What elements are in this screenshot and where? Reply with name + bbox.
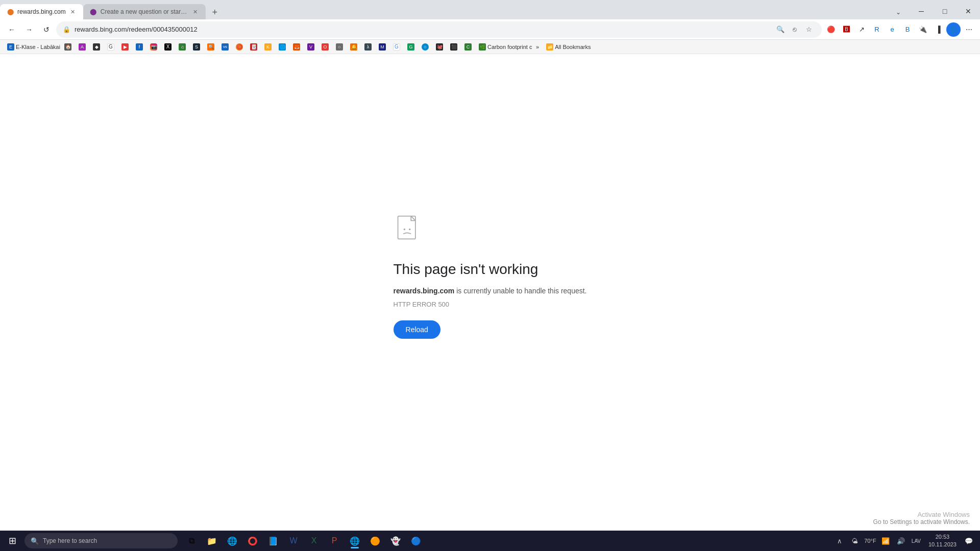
taskbar-clock[interactable]: 20:53 10.11.2023 (924, 532, 961, 550)
error-code: HTTP ERROR 500 (394, 300, 450, 308)
nav-bar: ← → ↺ 🔒 🔍 ⎋ ☆ 🔴 🅱 ↗ R e B 🔌 ▐ 👤 ⋯ (0, 19, 980, 40)
bookmark-google[interactable]: G (104, 42, 117, 52)
taskbar-task-view[interactable]: ⧉ (182, 532, 201, 550)
bookmark-bk21[interactable]: ○ (333, 42, 346, 52)
nav-right-icons: 🔴 🅱 ↗ R e B 🔌 ▐ 👤 ⋯ (824, 22, 976, 37)
taskbar-volume[interactable]: 🔊 (894, 532, 908, 550)
bookmark-bk24-icon: M (379, 43, 386, 51)
bookmark-v[interactable]: V (304, 42, 317, 52)
taskbar-orange-app[interactable]: 🟠 (365, 532, 385, 550)
bookmark-spotify[interactable]: ♫ (176, 42, 189, 52)
taskbar-expand[interactable]: ∧ (832, 532, 847, 550)
bookmark-github[interactable]: 🐙 (433, 42, 446, 52)
error-title: This page isn't working (394, 261, 538, 278)
taskbar-chrome[interactable]: 🌐 (345, 532, 364, 550)
bookmark-bell[interactable]: 🔔 (347, 42, 360, 52)
error-desc-suffix: is currently unable to handle this reque… (454, 287, 586, 295)
taskbar-edge2[interactable]: ⭕ (243, 532, 262, 550)
taskbar-snapchat[interactable]: 👻 (386, 532, 405, 550)
bookmark-o[interactable]: O (318, 42, 332, 52)
taskbar-wifi[interactable]: 📶 (878, 532, 893, 550)
favorite-icon[interactable]: ☆ (803, 23, 815, 36)
new-tab-button[interactable]: + (208, 5, 222, 19)
tab-1[interactable]: ⬤ rewards.bing.com ✕ (0, 4, 83, 19)
search-address-icon[interactable]: 🔍 (774, 23, 787, 36)
bookmark-steam[interactable]: S (190, 42, 203, 52)
bookmark-fb[interactable]: f (133, 42, 146, 52)
bookmark-carbon[interactable]: 🌿 Carbon footprint ca... (476, 42, 532, 52)
taskbar-network[interactable]: 🌤 (848, 532, 862, 550)
bookmark-g3[interactable]: G (404, 42, 418, 52)
rewards-icon[interactable]: R (870, 22, 884, 37)
reload-button[interactable]: Reload (394, 320, 440, 339)
edge-icon[interactable]: e (885, 22, 899, 37)
taskbar-keyboard[interactable]: LAV (909, 532, 923, 550)
bookmark-x-icon: X (164, 43, 172, 51)
taskbar-word[interactable]: W (284, 532, 303, 550)
window-controls: ─ □ ✕ (910, 3, 980, 19)
bookmark-bk17[interactable]: 🌐 (276, 42, 289, 52)
tab1-close[interactable]: ✕ (69, 8, 77, 16)
page-content: This page isn't working rewards.bing.com… (0, 54, 980, 531)
bookmark-bk24[interactable]: M (376, 42, 389, 52)
bookmark-k[interactable]: K (261, 42, 275, 52)
bookmark-ig[interactable]: 📷 (147, 42, 160, 52)
bookmark-4[interactable]: ◆ (90, 42, 103, 52)
bookmark-bk14-icon: ⭕ (236, 43, 243, 51)
bookmark-c[interactable]: C (461, 42, 475, 52)
bookmark-google-icon: G (107, 43, 114, 51)
taskbar-app-blue[interactable]: 📘 (263, 532, 283, 550)
bookmark-2[interactable]: 🏠 (61, 42, 75, 52)
bookmark-eklase[interactable]: E E-Klase - Labākai iz... (4, 42, 60, 52)
bookmark-search[interactable]: 🔍 (204, 42, 217, 52)
taskbar-edge[interactable]: 🌐 (223, 532, 242, 550)
taskbar-blue-app[interactable]: 🔵 (406, 532, 426, 550)
bookmark-vs[interactable]: vs (218, 42, 232, 52)
bookmark-4-icon: ◆ (93, 43, 100, 51)
bookmark-all[interactable]: 📁 All Bookmarks (543, 42, 594, 52)
taskbar-temp[interactable]: 70°F (863, 532, 877, 550)
close-button[interactable]: ✕ (957, 3, 980, 19)
bookmark-bk27-icon: ○ (422, 43, 429, 51)
readinglist-icon[interactable]: ↗ (854, 22, 869, 37)
forward-button[interactable]: → (21, 22, 37, 37)
bookmark-more[interactable]: » (533, 43, 542, 51)
bing-icon[interactable]: B (900, 22, 915, 37)
menu-icon[interactable]: ⋯ (962, 22, 976, 37)
bookmark-g2[interactable]: G (390, 42, 403, 52)
bookmark-bk15[interactable]: 🃏 (247, 42, 260, 52)
address-bar[interactable]: 🔒 🔍 ⎋ ☆ (56, 21, 822, 38)
taskbar-search[interactable]: 🔍 Type here to search (24, 533, 178, 548)
taskbar-notification[interactable]: 💬 (962, 532, 976, 550)
bookmark-bk29[interactable]: ⬛ (447, 42, 460, 52)
bookmark-bk27[interactable]: ○ (419, 42, 432, 52)
reload-button[interactable]: ↺ (39, 22, 54, 37)
taskbar-icons: ⧉ 📁 🌐 ⭕ 📘 W X P 🌐 🟠 👻 🔵 (182, 532, 426, 550)
wallet-icon[interactable]: 🅱 (839, 22, 853, 37)
tab-list-button[interactable]: ⌄ (891, 5, 905, 19)
tab2-close[interactable]: ✕ (191, 8, 200, 16)
bookmark-yt[interactable]: ▶ (118, 42, 132, 52)
bookmark-bk14[interactable]: ⭕ (233, 42, 246, 52)
plugin1-icon[interactable]: 🔌 (916, 22, 930, 37)
bookmark-x[interactable]: X (161, 42, 175, 52)
back-button[interactable]: ← (4, 22, 19, 37)
bookmark-github-icon: 🐙 (436, 43, 443, 51)
minimize-button[interactable]: ─ (910, 3, 933, 19)
extensions-icon[interactable]: 🔴 (824, 22, 838, 37)
tab-2[interactable]: ⬤ Create a new question or start & ✕ (83, 4, 206, 19)
clock-date: 10.11.2023 (928, 541, 957, 548)
maximize-button[interactable]: □ (933, 3, 957, 19)
tab2-title: Create a new question or start & (101, 8, 188, 15)
address-input[interactable] (75, 26, 770, 33)
bookmark-bk23[interactable]: λ (361, 42, 375, 52)
taskbar-excel[interactable]: X (304, 532, 324, 550)
share-icon[interactable]: ⎋ (789, 23, 801, 36)
sidebar-icon[interactable]: ▐ (931, 22, 945, 37)
start-button[interactable]: ⊞ (2, 532, 22, 550)
bookmark-bk18[interactable]: 🦊 (290, 42, 303, 52)
taskbar-powerpoint[interactable]: P (325, 532, 344, 550)
taskbar-file-explorer[interactable]: 📁 (202, 532, 222, 550)
profile-icon[interactable]: 👤 (946, 22, 961, 37)
bookmark-3[interactable]: A (76, 42, 89, 52)
